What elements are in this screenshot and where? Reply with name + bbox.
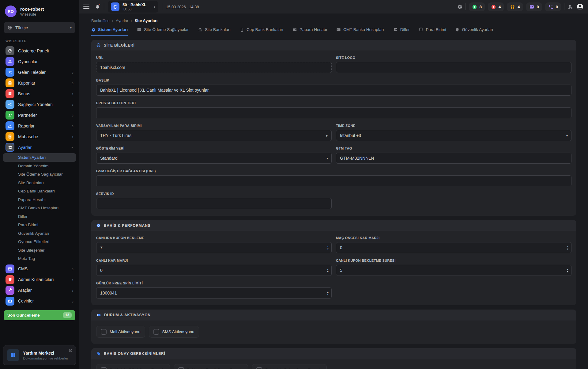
sidebar-subitem-oyuncu-etiketleri[interactable]: Oyuncu Etiketleri (3, 238, 76, 246)
canli-kupon-bekletme-input[interactable] (336, 265, 571, 276)
chevron-right-icon: › (72, 299, 74, 303)
canli-kar-marji-input[interactable] (96, 265, 332, 276)
sidebar-subitem-guvenlik-ayarlari[interactable]: Güvenlik Ayarları (3, 229, 76, 238)
sms-aktivasyonu-checkbox[interactable]: SMS Aktivasyonu (149, 326, 199, 338)
chevron-right-icon: › (72, 124, 74, 128)
sidebar-subitem-site-bankalari[interactable]: Site Bankaları (3, 179, 76, 187)
tab-papara-hesabi[interactable]: Papara Hesabı (292, 27, 327, 36)
sidebar-item-ceviriler[interactable]: A Çeviriler › (3, 296, 76, 306)
tab-guvenlik-ayarlari[interactable]: Güvenlik Ayarları (455, 27, 493, 36)
tab-site-odeme-saglayicilar[interactable]: Site Ödeme Sağlayıcılar (137, 27, 189, 36)
tab-sistem-ayarlari[interactable]: Sistem Ayarları (91, 27, 128, 36)
sidebar-subitem-cmt-banka-hesaplari[interactable]: CMT Banka Hesapları (3, 204, 76, 212)
servis-id-input[interactable] (96, 198, 332, 209)
dice-icon (96, 351, 101, 356)
gtm-tag-input[interactable] (336, 153, 571, 164)
number-stepper[interactable]: ▲▼ (567, 246, 569, 250)
sidebar-subitem-para-birimi[interactable]: Para Birimi (3, 221, 76, 229)
users-icon (6, 57, 14, 66)
sidebar-item-raporlar[interactable]: Raporlar › (3, 120, 76, 131)
book-icon (7, 349, 19, 361)
account-avatar-button[interactable] (576, 3, 584, 10)
chevron-right-icon: › (72, 70, 74, 74)
tab-cmt-banka-hesaplari[interactable]: CMT Banka Hesapları (336, 27, 384, 36)
sidebar-item-araclar[interactable]: Araçlar › (3, 285, 76, 296)
calls-badge[interactable]: 0 (545, 2, 561, 11)
gsm-degistir-input[interactable] (96, 175, 571, 186)
last-update-button[interactable]: Son Güncelleme 13 (4, 310, 75, 320)
number-stepper[interactable]: ▲▼ (327, 291, 329, 295)
gauge-icon (6, 46, 14, 55)
card-site-bilgileri: SİTE BİLGİLERİ URL SİTE LOGO BAŞLIK (91, 40, 576, 216)
belge-onayi-checkbox[interactable]: Bahis için Belge Onayı Zorunlu (252, 364, 326, 369)
eposta-button-text-input[interactable] (96, 107, 571, 118)
gosterim-yeri-select[interactable]: ▾ (96, 153, 332, 164)
field-label: TİME ZONE (336, 124, 571, 127)
field-label: EPOSTA BUTTON TEXT (96, 101, 571, 105)
messages-badge[interactable]: 0 (526, 2, 542, 11)
breadcrumb-backoffice[interactable]: Backoffice (91, 18, 110, 23)
number-stepper[interactable]: ▲▼ (327, 268, 329, 272)
sidebar-item-kuponlar[interactable]: Kuponlar › (3, 78, 76, 88)
sidebar-item-admin-kullanicilari[interactable]: Admin Kullanıcıları › (3, 274, 76, 285)
sidebar-item-ayarlar[interactable]: Ayarlar › (3, 142, 76, 153)
notifications-button[interactable] (95, 4, 100, 10)
field-label: GÖSTERİM YERİ (96, 146, 332, 150)
sidebar-subitem-site-bilesenleri[interactable]: Site Bileşenleri (3, 246, 76, 255)
gunluk-free-spin-limiti-input[interactable] (96, 287, 332, 299)
sidebar-subitem-sistem-ayarlari[interactable]: Sistem Ayarları (3, 153, 76, 162)
tab-diller[interactable]: A Diller (393, 27, 410, 36)
help-center-card[interactable]: Yardım Merkezi Dokümantasyon ve rehberle… (3, 345, 76, 365)
checkbox-box (101, 329, 107, 335)
breadcrumb-ayarlar[interactable]: Ayarlar (116, 18, 128, 23)
site-logo-input[interactable] (336, 62, 571, 73)
number-stepper[interactable]: ▲▼ (567, 268, 569, 272)
sidebar-subitem-cep-bank-bankalari[interactable]: Cep Bank Bankaları (3, 187, 76, 196)
sidebar-subitem-meta-tag[interactable]: Meta Tag (3, 254, 76, 263)
time-zone-select[interactable]: ▾ (336, 130, 571, 141)
sidebar-item-muhasebe[interactable]: Muhasebe › (3, 131, 76, 142)
arrow-up-circle-icon (491, 4, 496, 10)
section-title: BAHİS ONAY GEREKSİNİMLERİ (104, 352, 165, 356)
site-select[interactable]: 50 - BahisXL ID: 50 ▾ (108, 1, 158, 13)
sidebar-subitem-papara-hesabi[interactable]: Papara Hesabı (3, 196, 76, 204)
admin-users-button[interactable] (567, 4, 573, 10)
bonus-badge[interactable]: 4 (507, 2, 523, 11)
sidebar-item-cms[interactable]: CMS › (3, 264, 76, 274)
language-value: Türkçe (15, 25, 28, 30)
number-stepper[interactable]: ▲▼ (327, 246, 329, 250)
email-onayi-checkbox[interactable]: Bahis için Email Onayı Zorunlu (174, 364, 248, 369)
sidebar-item-oyuncular[interactable]: Oyuncular (3, 56, 76, 67)
sidebar-user[interactable]: RO root-robert Wisesuite (3, 4, 76, 18)
sidebar-item-bonus[interactable]: Bonus › (3, 88, 76, 99)
sidebar-item-saglayici-yonetimi[interactable]: Sağlayıcı Yönetimi › (3, 99, 76, 110)
tab-site-bankalari[interactable]: Site Bankaları (198, 27, 231, 36)
sidebar-item-gosterge-paneli[interactable]: Gösterge Paneli (3, 45, 76, 56)
url-input[interactable] (96, 62, 332, 73)
para-birimi-select[interactable]: ▸ (96, 130, 332, 141)
gsm-onayi-checkbox[interactable]: Bahis için GSM Onayı Zorunlu (96, 364, 170, 369)
mail-aktivasyonu-checkbox[interactable]: Mail Aktivasyonu (96, 326, 145, 338)
tab-para-birimi[interactable]: Para Birimi (419, 27, 446, 36)
external-link-icon (69, 348, 73, 352)
sidebar-item-partnerler[interactable]: Partnerler › (3, 110, 76, 120)
chevron-down-icon: ▾ (154, 5, 155, 9)
language-select[interactable]: Türkçe ▾ (4, 22, 75, 33)
canlida-kupon-bekleme-input[interactable] (96, 242, 332, 253)
field-label: GÜNLÜK FREE SPİN LİMİTİ (96, 281, 332, 285)
withdrawals-badge[interactable]: 4 (488, 2, 504, 11)
user-org: Wisesuite (20, 12, 44, 17)
sidebar-subitem-diller[interactable]: Diller (3, 212, 76, 221)
sidebar-subitem-site-odeme-saglayicilar[interactable]: Site Ödeme Sağlayıcılar (3, 170, 76, 179)
mac-oncesi-kar-marji-input[interactable] (336, 242, 571, 253)
shield-icon (6, 275, 14, 284)
field-label: GTM TAG (336, 146, 571, 150)
deposits-badge[interactable]: 8 (469, 2, 485, 11)
sidebar-subitem-domain-yonetimi[interactable]: Domain Yönetimi (3, 162, 76, 170)
menu-toggle-button[interactable] (83, 5, 89, 9)
globe-icon (96, 43, 101, 48)
settings-gear-button[interactable] (457, 4, 462, 10)
baslik-input[interactable] (96, 85, 571, 96)
sidebar-item-gelen-talepler[interactable]: Gelen Talepler › (3, 67, 76, 78)
tab-cep-bank-bankalari[interactable]: Cep Bank Bankaları (240, 27, 283, 36)
